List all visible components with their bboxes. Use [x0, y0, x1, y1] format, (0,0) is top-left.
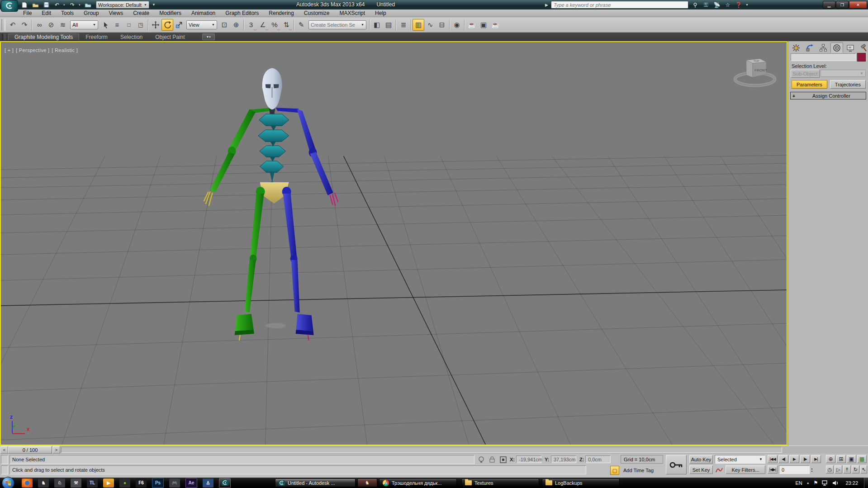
- next-frame-transport-button[interactable]: |▶: [800, 455, 810, 463]
- new-file-icon[interactable]: [20, 1, 29, 9]
- photoshop-icon[interactable]: Ps: [152, 478, 164, 488]
- current-frame-field[interactable]: 0: [779, 465, 810, 474]
- rendered-frame-window-icon[interactable]: ▣: [478, 19, 489, 31]
- rectangular-selection-region-icon[interactable]: □: [123, 19, 135, 31]
- taskbar-window-chrome[interactable]: Трэшодельня дядьк...: [379, 479, 457, 487]
- motion-tab-icon[interactable]: [830, 43, 843, 53]
- align-icon[interactable]: ▤: [383, 19, 394, 31]
- edit-named-selection-sets-icon[interactable]: ✎: [295, 19, 307, 31]
- toolbar-grip[interactable]: [1, 19, 5, 31]
- undo-dropdown-arrow[interactable]: ▾: [63, 3, 66, 7]
- save-file-icon[interactable]: [42, 1, 51, 9]
- select-object-icon[interactable]: [100, 19, 111, 31]
- help-dropdown-icon[interactable]: ▼: [745, 3, 749, 6]
- taskbar-window-3dsmax[interactable]: Untitled - Autodesk ...: [275, 479, 356, 487]
- zoom-extents-icon[interactable]: ▣: [847, 455, 856, 463]
- firefox-icon[interactable]: [22, 479, 33, 488]
- frame-spinner[interactable]: ▲▼: [810, 465, 814, 474]
- workspace-dropdown[interactable]: Workspace: Default▼: [96, 1, 149, 9]
- show-desktop-button[interactable]: [864, 478, 868, 488]
- layer-manager-icon[interactable]: ≣: [398, 19, 409, 31]
- reference-coordinate-dropdown[interactable]: View▼: [186, 20, 217, 29]
- key-mode-dropdown[interactable]: Selected▼: [715, 455, 765, 464]
- selection-filter-dropdown[interactable]: All▼: [70, 20, 98, 29]
- taskbar-window-textures[interactable]: Textures: [461, 479, 539, 487]
- auto-key-button[interactable]: Auto Key: [689, 455, 713, 464]
- pinned-app-2-icon[interactable]: ♘: [54, 479, 65, 488]
- percent-snap-icon[interactable]: %: [269, 19, 280, 31]
- redo-icon[interactable]: ↷: [68, 1, 77, 9]
- show-hidden-icons-arrow[interactable]: ▲: [806, 481, 810, 484]
- select-by-name-icon[interactable]: ≡: [111, 19, 123, 31]
- time-slider-track[interactable]: [61, 447, 782, 453]
- undo-icon[interactable]: ↶: [52, 1, 62, 9]
- menu-animation[interactable]: Animation: [186, 10, 220, 16]
- spinner-snap-icon[interactable]: ⇅: [280, 19, 292, 31]
- y-coordinate-field[interactable]: 37,193cm: [551, 455, 576, 463]
- angle-snap-icon[interactable]: ∠: [257, 19, 269, 31]
- create-tab-icon[interactable]: [790, 43, 802, 53]
- use-pivot-point-icon[interactable]: ⊡: [218, 19, 230, 31]
- render-setup-icon[interactable]: ☕: [466, 19, 478, 31]
- maxscript-mini-listener-top[interactable]: [1, 455, 8, 464]
- orbit-icon[interactable]: ↻: [852, 465, 859, 474]
- taskbar-window-small-app[interactable]: ♞: [357, 479, 377, 487]
- action-center-flag-icon[interactable]: ⚑: [814, 480, 818, 486]
- taskbar-window-logbackups[interactable]: LogBackups: [542, 479, 620, 487]
- green-creature-app-icon[interactable]: ●: [119, 479, 130, 488]
- clock[interactable]: 23:22: [845, 480, 858, 486]
- bind-to-space-warp-icon[interactable]: ≋: [57, 19, 69, 31]
- menu-modifiers[interactable]: Modifiers: [154, 10, 186, 16]
- search-input[interactable]: [551, 1, 688, 9]
- mirror-icon[interactable]: ◧: [371, 19, 383, 31]
- language-indicator[interactable]: EN: [795, 480, 802, 486]
- menu-tools[interactable]: Tools: [56, 10, 79, 16]
- next-frame-button[interactable]: >: [52, 446, 60, 454]
- help-icon[interactable]: ❓: [735, 2, 743, 8]
- close-button[interactable]: ✕: [849, 1, 867, 9]
- menu-customize[interactable]: Customize: [299, 10, 335, 16]
- previous-frame-button[interactable]: <: [0, 446, 8, 454]
- ribbon-minimize-icon[interactable]: ▼▾: [202, 33, 215, 40]
- zoom-extents-all-icon[interactable]: ▦: [857, 455, 867, 463]
- set-key-button[interactable]: Set Key: [689, 465, 713, 474]
- add-time-tag[interactable]: Add Time Tag: [621, 466, 663, 474]
- open-file-icon[interactable]: [31, 1, 40, 9]
- default-in-out-tangents-icon[interactable]: [715, 465, 724, 474]
- search-binoculars-icon[interactable]: ⚲: [691, 2, 699, 8]
- viewport-menu-pov[interactable]: [ Perspective ]: [16, 47, 49, 53]
- toggle-ribbon-icon[interactable]: ▥: [413, 19, 424, 31]
- viewport-menu-general[interactable]: [ + ]: [5, 47, 14, 53]
- start-button[interactable]: [2, 477, 14, 488]
- window-crossing-icon[interactable]: ◳: [135, 19, 147, 31]
- go-to-start-button[interactable]: |◀◀: [768, 455, 778, 463]
- menu-graph-editors[interactable]: Graph Editors: [220, 10, 264, 16]
- pinned-app-3-icon[interactable]: ▶: [103, 479, 114, 488]
- zoom-icon[interactable]: ⊕: [826, 455, 835, 463]
- communication-center-icon[interactable]: 📡: [713, 2, 721, 8]
- play-button[interactable]: ▶: [789, 455, 799, 463]
- select-and-link-icon[interactable]: ∞: [33, 19, 45, 31]
- tab-freeform[interactable]: Freeform: [79, 33, 114, 41]
- menu-maxscript[interactable]: MAXScript: [334, 10, 370, 16]
- viewport-canvas[interactable]: [ + ] [ Perspective ] [ Realistic ]: [0, 41, 787, 445]
- gamepad-app-icon[interactable]: 🎮: [169, 479, 180, 488]
- viewcube[interactable]: TOP FRONT: [731, 50, 778, 93]
- parameters-button[interactable]: Parameters: [792, 80, 827, 89]
- select-and-manipulate-icon[interactable]: ⊕: [230, 19, 242, 31]
- viewport-menu-shading[interactable]: [ Realistic ]: [52, 47, 78, 53]
- key-mode-toggle-button[interactable]: |◀▶|: [768, 465, 778, 474]
- infocenter-collapse-icon[interactable]: ▶: [545, 3, 548, 7]
- tab-selection[interactable]: Selection: [114, 33, 149, 41]
- zoom-all-icon[interactable]: ⊞: [836, 455, 846, 463]
- maxscript-mini-listener-bottom[interactable]: [1, 465, 8, 474]
- rollout-expand-icon[interactable]: +: [791, 93, 797, 99]
- menu-create[interactable]: Create: [128, 10, 154, 16]
- subscription-key-icon[interactable]: ⚿: [702, 2, 710, 8]
- sketchup-icon[interactable]: ⚒: [71, 479, 81, 488]
- select-and-scale-icon[interactable]: [173, 19, 185, 31]
- material-editor-icon[interactable]: ◉: [451, 19, 463, 31]
- isolate-selection-bulb-icon[interactable]: [477, 455, 486, 464]
- ribbon-grip[interactable]: [2, 33, 5, 40]
- menu-views[interactable]: Views: [104, 10, 128, 16]
